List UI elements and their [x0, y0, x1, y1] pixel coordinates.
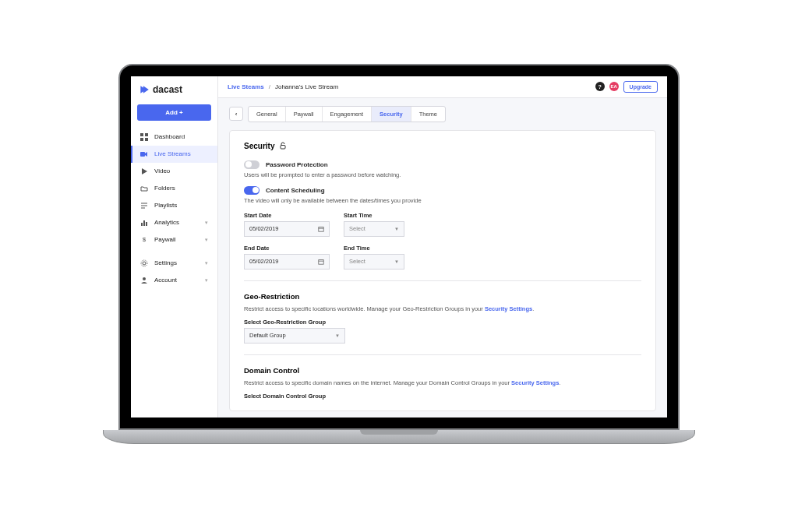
sidebar-item-label: Playlists [154, 202, 177, 209]
sidebar-item-account[interactable]: Account ▾ [131, 272, 217, 289]
content-scheduling-label: Content Scheduling [266, 187, 325, 194]
geo-group-select[interactable]: Default Group ▼ [244, 328, 345, 344]
brand-logo: dacast [131, 76, 217, 101]
svg-rect-8 [141, 223, 143, 226]
tab-paywall[interactable]: Paywall [286, 107, 323, 122]
svg-point-13 [143, 277, 146, 280]
avatar[interactable]: EA [609, 82, 619, 91]
sidebar-item-label: Paywall [154, 236, 176, 243]
svg-rect-17 [319, 259, 323, 264]
logo-icon [139, 84, 150, 95]
security-settings-link[interactable]: Security Settings [511, 379, 559, 386]
divider [244, 280, 641, 281]
gear-icon [140, 259, 148, 267]
playlist-icon [140, 202, 148, 210]
end-date-input[interactable]: 05/02/2019 [244, 254, 330, 270]
start-date-input[interactable]: 05/02/2019 [244, 221, 330, 237]
sidebar-item-analytics[interactable]: Analytics ▾ [131, 214, 217, 231]
sidebar-item-settings[interactable]: Settings ▾ [131, 255, 217, 272]
topbar: Live Steams / Johanna's Live Stream ? EA… [218, 76, 667, 98]
divider [244, 354, 641, 355]
geo-restriction-heading: Geo-Restriction [244, 292, 641, 301]
breadcrumb-root[interactable]: Live Steams [228, 83, 264, 90]
sidebar-item-label: Live Streams [154, 150, 191, 157]
sidebar: dacast Add + Dashboard Live Streams Vide… [131, 76, 218, 417]
start-date-label: Start Date [244, 212, 330, 219]
svg-rect-0 [140, 133, 143, 136]
calendar-icon [318, 226, 324, 232]
calendar-icon [318, 259, 324, 265]
laptop-base [103, 430, 695, 444]
svg-rect-2 [140, 138, 143, 141]
sidebar-item-paywall[interactable]: $ Paywall ▾ [131, 231, 217, 248]
sidebar-item-live-streams[interactable]: Live Streams [131, 146, 217, 163]
start-time-label: Start Time [344, 212, 404, 219]
folder-icon [140, 185, 148, 192]
app-window: dacast Add + Dashboard Live Streams Vide… [131, 76, 667, 417]
start-date-value: 05/02/2019 [249, 225, 279, 232]
lock-icon [279, 142, 287, 151]
security-panel: Security Password Protection Users will … [229, 130, 656, 411]
svg-rect-14 [281, 145, 285, 149]
sidebar-item-label: Analytics [154, 219, 179, 226]
end-time-select[interactable]: Select ▼ [344, 254, 404, 270]
add-button[interactable]: Add + [137, 104, 211, 121]
svg-point-11 [143, 262, 146, 265]
brand-name: dacast [153, 84, 182, 95]
chevron-down-icon: ▼ [335, 333, 340, 338]
svg-rect-3 [145, 138, 148, 141]
sidebar-item-video[interactable]: Video [131, 163, 217, 180]
chevron-down-icon: ▾ [205, 220, 208, 226]
tab-theme[interactable]: Theme [411, 107, 445, 122]
help-icon[interactable]: ? [595, 82, 605, 91]
tab-engagement[interactable]: Engagement [323, 107, 373, 122]
domain-control-heading: Domain Control [244, 366, 641, 375]
svg-rect-15 [319, 227, 323, 231]
svg-point-12 [141, 260, 147, 266]
dashboard-icon [140, 133, 148, 141]
password-protection-label: Password Protection [266, 161, 328, 168]
end-time-value: Select [349, 258, 365, 265]
start-time-select[interactable]: Select ▼ [344, 221, 404, 237]
svg-rect-4 [140, 152, 145, 157]
security-settings-link[interactable]: Security Settings [485, 305, 532, 312]
user-icon [140, 277, 148, 284]
analytics-icon [140, 219, 148, 227]
content-scroll[interactable]: ‹ General Paywall Engagement Security Th… [218, 98, 667, 417]
upgrade-button[interactable]: Upgrade [623, 81, 658, 93]
geo-group-label: Select Geo-Restriction Group [244, 319, 641, 326]
chevron-down-icon: ▾ [205, 237, 208, 243]
section-heading-security: Security [244, 142, 641, 151]
chevron-down-icon: ▾ [205, 277, 208, 284]
geo-group-value: Default Group [249, 332, 286, 339]
sidebar-item-dashboard[interactable]: Dashboard [131, 129, 217, 146]
breadcrumb-sep: / [269, 83, 270, 90]
start-time-value: Select [349, 225, 365, 232]
password-protection-toggle[interactable] [244, 160, 260, 169]
security-heading-text: Security [244, 142, 274, 150]
tabs: General Paywall Engagement Security Them… [248, 106, 446, 122]
breadcrumb-current: Johanna's Live Stream [275, 83, 338, 90]
sidebar-item-folders[interactable]: Folders [131, 180, 217, 197]
domain-control-body: Restrict access to specific domain names… [244, 379, 641, 386]
sidebar-item-label: Account [154, 277, 177, 284]
sidebar-item-label: Folders [154, 185, 175, 192]
domain-group-label: Select Domain Control Group [244, 393, 641, 400]
end-date-value: 05/02/2019 [249, 258, 279, 265]
main-content: Live Steams / Johanna's Live Stream ? EA… [218, 76, 667, 417]
back-button[interactable]: ‹ [229, 107, 243, 121]
content-scheduling-toggle[interactable] [244, 186, 260, 195]
camera-icon [140, 150, 148, 158]
tab-general[interactable]: General [249, 107, 286, 122]
tab-security[interactable]: Security [372, 107, 411, 122]
sidebar-item-playlists[interactable]: Playlists [131, 197, 217, 214]
svg-rect-1 [145, 133, 148, 136]
sidebar-item-label: Dashboard [154, 133, 185, 140]
end-time-label: End Time [344, 245, 404, 252]
chevron-down-icon: ▼ [394, 259, 399, 264]
geo-restriction-body: Restrict access to specific locations wo… [244, 305, 641, 312]
dollar-icon: $ [140, 236, 148, 244]
svg-rect-10 [146, 222, 147, 226]
sidebar-item-label: Settings [154, 259, 177, 266]
svg-rect-9 [143, 220, 145, 226]
